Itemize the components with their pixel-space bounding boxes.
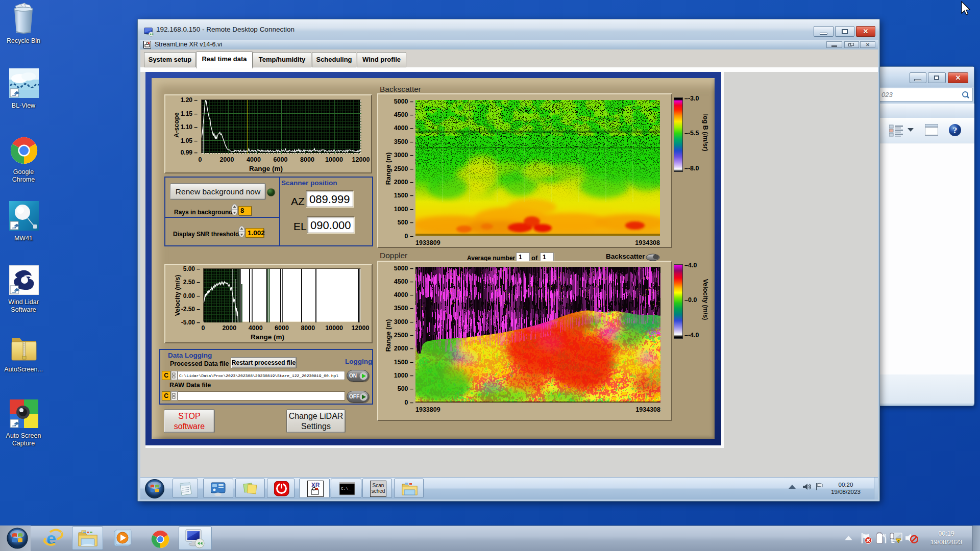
svg-text:?: ? [953,126,958,135]
svg-text:sched: sched [372,488,385,494]
svg-text:C:\_: C:\_ [341,486,351,491]
svg-text:Scan: Scan [373,483,384,488]
svg-text:!: ! [898,539,899,543]
